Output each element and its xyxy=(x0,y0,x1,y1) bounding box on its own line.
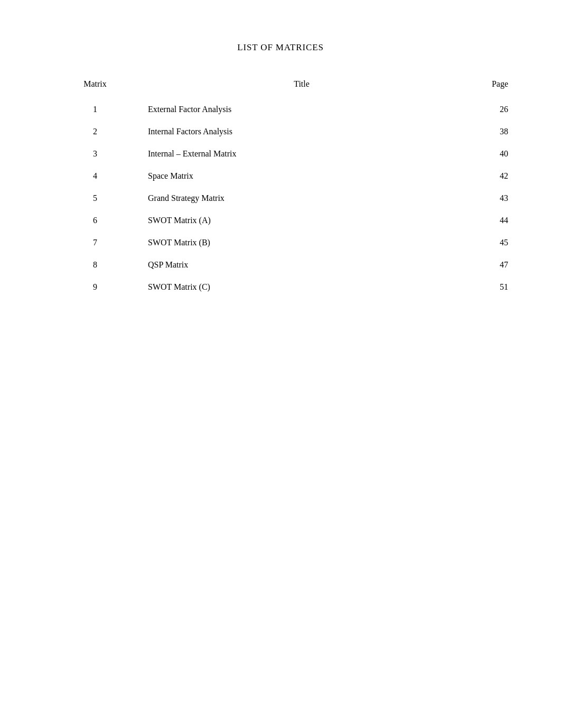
row-matrix-number: 9 xyxy=(53,282,137,292)
row-matrix-number: 1 xyxy=(53,105,137,114)
page: LIST OF MATRICES Matrix Title Page 1Exte… xyxy=(0,0,561,728)
page-title: LIST OF MATRICES xyxy=(53,42,508,53)
row-matrix-number: 7 xyxy=(53,238,137,247)
table-row: 4Space Matrix42 xyxy=(53,165,508,187)
row-matrix-number: 4 xyxy=(53,171,137,181)
row-page-number: 44 xyxy=(466,216,508,225)
row-title: QSP Matrix xyxy=(137,260,466,270)
row-page-number: 45 xyxy=(466,238,508,247)
header-page: Page xyxy=(466,79,508,89)
row-page-number: 51 xyxy=(466,282,508,292)
table-row: 1External Factor Analysis26 xyxy=(53,98,508,121)
table-header: Matrix Title Page xyxy=(53,79,508,94)
table-row: 2Internal Factors Analysis38 xyxy=(53,121,508,143)
header-matrix: Matrix xyxy=(53,79,137,89)
header-title: Title xyxy=(137,79,466,89)
table-row: 9SWOT Matrix (C)51 xyxy=(53,276,508,298)
row-matrix-number: 2 xyxy=(53,127,137,136)
table-row: 7SWOT Matrix (B)45 xyxy=(53,232,508,254)
row-page-number: 43 xyxy=(466,193,508,203)
row-page-number: 38 xyxy=(466,127,508,136)
row-title: SWOT Matrix (B) xyxy=(137,238,466,247)
table-row: 8QSP Matrix47 xyxy=(53,254,508,276)
row-title: External Factor Analysis xyxy=(137,105,466,114)
row-title: Internal Factors Analysis xyxy=(137,127,466,136)
table-row: 3Internal – External Matrix40 xyxy=(53,143,508,165)
row-title: Grand Strategy Matrix xyxy=(137,193,466,203)
row-title: Internal – External Matrix xyxy=(137,149,466,159)
table-row: 6SWOT Matrix (A)44 xyxy=(53,209,508,232)
row-matrix-number: 5 xyxy=(53,193,137,203)
row-page-number: 47 xyxy=(466,260,508,270)
row-page-number: 42 xyxy=(466,171,508,181)
row-title: SWOT Matrix (C) xyxy=(137,282,466,292)
row-matrix-number: 8 xyxy=(53,260,137,270)
row-matrix-number: 3 xyxy=(53,149,137,159)
rows-container: 1External Factor Analysis262Internal Fac… xyxy=(53,98,508,298)
row-page-number: 40 xyxy=(466,149,508,159)
row-title: SWOT Matrix (A) xyxy=(137,216,466,225)
row-title: Space Matrix xyxy=(137,171,466,181)
row-page-number: 26 xyxy=(466,105,508,114)
row-matrix-number: 6 xyxy=(53,216,137,225)
table-container: Matrix Title Page 1External Factor Analy… xyxy=(53,79,508,298)
table-row: 5Grand Strategy Matrix43 xyxy=(53,187,508,209)
